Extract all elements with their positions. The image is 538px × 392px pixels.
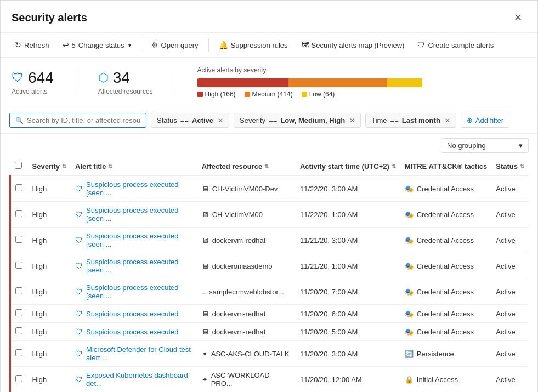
severity-filter-op: == xyxy=(269,116,277,124)
status-filter-close[interactable]: ✕ xyxy=(218,117,223,124)
alert-title-link[interactable]: Suspicious process executed [seen ... xyxy=(86,258,193,274)
alert-title-link[interactable]: Suspicious process executed [seen ... xyxy=(86,180,193,197)
status-value: Active xyxy=(496,328,515,336)
alert-title-cell: 🛡 Microsoft Defender for Cloud test aler… xyxy=(71,341,197,367)
row-checkbox-cell xyxy=(10,175,28,202)
mitre-icon: 🎭 xyxy=(405,310,414,318)
affected-resource-cell: ✦ ASC-AKS-CLOUD-TALK xyxy=(197,341,296,367)
table-body: High 🛡 Suspicious process executed [seen… xyxy=(10,175,529,392)
alert-title-cell: 🛡 Suspicious process executed [seen ... xyxy=(71,228,197,253)
select-all-header xyxy=(10,157,28,175)
alert-title-link[interactable]: Suspicious process executed [seen ... xyxy=(86,283,193,300)
affected-resources-count: 34 xyxy=(113,69,130,87)
severity-value: High xyxy=(32,262,47,270)
mitre-cell: 🎭 Credential Access xyxy=(400,305,491,323)
create-sample-alerts-button[interactable]: 🛡 Create sample alerts xyxy=(412,37,499,53)
alert-title-link[interactable]: Exposed Kubernetes dashboard det... xyxy=(86,371,193,388)
alert-title-sort-icon[interactable]: ⇅ xyxy=(108,163,112,169)
create-sample-label: Create sample alerts xyxy=(428,41,494,49)
bar-medium xyxy=(288,78,387,87)
mitre-tactics: Credential Access xyxy=(417,262,474,270)
mitre-tactics: Credential Access xyxy=(417,236,474,245)
status-filter-value: Active xyxy=(192,116,213,124)
row-checkbox-0[interactable] xyxy=(15,184,22,191)
add-filter-button[interactable]: ⊕ Add filter xyxy=(461,113,509,128)
alert-icon: 🛡 xyxy=(75,236,83,245)
status-cell: Active xyxy=(491,175,529,202)
shield-icon: 🛡 xyxy=(12,71,24,85)
close-button[interactable]: ✕ xyxy=(509,9,526,26)
add-filter-label: Add filter xyxy=(475,116,503,124)
resource-icon: ✦ xyxy=(202,376,208,384)
affected-resource-cell: ✦ ASC-WORKLOAD-PRO... xyxy=(197,367,296,393)
row-checkbox-cell xyxy=(10,323,28,341)
alert-title-link[interactable]: Suspicious process executed [seen ... xyxy=(86,232,193,248)
status-value: Active xyxy=(496,262,515,270)
active-alerts-count: 644 xyxy=(28,69,54,87)
severity-cell: High xyxy=(28,175,71,202)
window-title: Security alerts xyxy=(12,12,87,24)
table-container: Severity ⇅ Alert title ⇅ Affected resour… xyxy=(1,157,537,392)
severity-filter-value: Low, Medium, High xyxy=(280,116,345,124)
alert-title-link[interactable]: Suspicious process executed xyxy=(86,328,178,336)
status-cell: Active xyxy=(491,228,529,253)
severity-cell: High xyxy=(28,305,71,323)
refresh-icon: ↻ xyxy=(15,41,21,49)
mitre-tactics: Persistence xyxy=(417,350,454,358)
alert-icon: 🛡 xyxy=(75,287,83,296)
affected-resource-cell: 🖥 CH-VictimVM00-Dev xyxy=(197,175,296,202)
affected-resource-sort-icon[interactable]: ⇅ xyxy=(264,163,269,169)
severity-value: High xyxy=(32,310,47,318)
open-query-button[interactable]: ⚙ Open query xyxy=(146,37,204,53)
resource-name: dockervm-redhat xyxy=(212,236,266,245)
table-controls: No grouping ▾ xyxy=(1,134,537,157)
row-checkbox-8[interactable] xyxy=(15,375,22,382)
row-checkbox-6[interactable] xyxy=(15,327,22,334)
alert-title-link[interactable]: Microsoft Defender for Cloud test alert … xyxy=(86,345,193,362)
status-sort-icon[interactable]: ⇅ xyxy=(520,163,524,169)
resource-icon: 🖥 xyxy=(202,310,209,318)
refresh-button[interactable]: ↻ Refresh xyxy=(9,37,55,53)
mitre-icon: 🎭 xyxy=(405,288,414,296)
alert-title-link[interactable]: Suspicious process executed [seen ... xyxy=(86,206,193,223)
row-checkbox-5[interactable] xyxy=(15,309,22,316)
suppression-rules-button[interactable]: 🔔 Suppression rules xyxy=(213,37,293,53)
time-filter-close[interactable]: ✕ xyxy=(445,117,450,124)
search-input[interactable] xyxy=(27,116,140,124)
alerts-table: Severity ⇅ Alert title ⇅ Affected resour… xyxy=(9,157,529,392)
toolbar: ↻ Refresh ↩ 5 Change status ▾ ⚙ Open que… xyxy=(1,33,537,58)
alert-title-cell: 🛡 Suspicious process executed [seen ... xyxy=(71,175,197,202)
affected-resources-main: ⬡ 34 xyxy=(98,69,153,87)
affected-resource-cell: 🖥 dockeroniaasdemo xyxy=(197,253,296,279)
table-row: High 🛡 Suspicious process executed [seen… xyxy=(10,228,529,253)
severity-value: High xyxy=(32,185,47,193)
select-all-checkbox[interactable] xyxy=(15,162,22,169)
alert-title-link[interactable]: Suspicious process executed xyxy=(86,310,178,318)
activity-time-sort-icon[interactable]: ⇅ xyxy=(392,163,396,169)
row-checkbox-1[interactable] xyxy=(15,210,22,217)
legend-dot-high xyxy=(197,92,203,97)
resource-icon: ✦ xyxy=(202,350,208,358)
row-checkbox-2[interactable] xyxy=(15,236,22,243)
resource-icon: 🖥 xyxy=(202,211,209,219)
table-header-row: Severity ⇅ Alert title ⇅ Affected resour… xyxy=(10,157,529,175)
row-checkbox-cell xyxy=(10,279,28,305)
security-map-icon: 🗺 xyxy=(301,41,309,49)
severity-filter-close[interactable]: ✕ xyxy=(349,117,355,124)
search-box[interactable]: 🔍 xyxy=(9,113,146,128)
grouping-dropdown[interactable]: No grouping ▾ xyxy=(441,138,529,153)
mitre-cell: 🎭 Credential Access xyxy=(400,279,491,305)
row-checkbox-4[interactable] xyxy=(15,287,22,294)
security-alerts-map-button[interactable]: 🗺 Security alerts map (Preview) xyxy=(296,37,410,53)
row-checkbox-7[interactable] xyxy=(15,349,22,356)
mitre-icon: 🎭 xyxy=(405,236,414,245)
mitre-cell: 🎭 Credential Access xyxy=(400,228,491,253)
change-status-icon: ↩ xyxy=(63,41,69,49)
time-filter-value: Last month xyxy=(402,116,440,124)
severity-sort-icon[interactable]: ⇅ xyxy=(62,163,66,169)
change-status-button[interactable]: ↩ 5 Change status ▾ xyxy=(57,37,137,53)
row-checkbox-3[interactable] xyxy=(15,262,22,269)
row-checkbox-cell xyxy=(10,305,28,323)
activity-time-cell: 11/21/20, 3:00 AM xyxy=(296,228,400,253)
activity-time: 11/20/20, 3:00 AM xyxy=(300,350,358,358)
